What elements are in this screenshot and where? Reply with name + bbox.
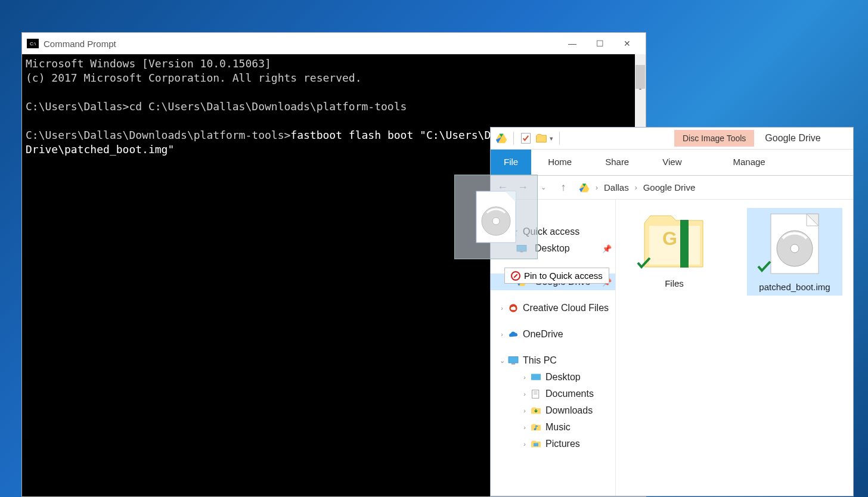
cmd-line: (c) 2017 Microsoft Corporation. All righ… [26,72,362,84]
svg-rect-20 [531,374,541,380]
file-item-folder[interactable]: G Files [627,208,722,288]
sync-checkmark-icon [636,257,652,269]
chevron-right-icon[interactable]: › [596,184,598,192]
creative-cloud-icon [507,303,519,313]
svg-point-3 [492,218,500,225]
chevron-right-icon[interactable]: › [497,305,507,312]
documents-icon [530,389,542,399]
cmd-titlebar[interactable]: C:\ Command Prompt — ☐ ✕ [22,33,646,54]
pictures-icon [530,439,542,449]
context-tab-disc-image-tools[interactable]: Disc Image Tools [674,130,754,147]
svg-point-32 [790,244,799,253]
svg-text:G: G [662,228,677,249]
tree-pc-downloads[interactable]: › Downloads [491,402,615,419]
svg-rect-18 [509,357,518,363]
svg-rect-19 [512,364,515,365]
onedrive-icon [507,330,519,339]
explorer-titlebar[interactable]: ▾ Disc Image Tools Google Drive [491,128,853,150]
chevron-right-icon[interactable]: › [635,184,637,192]
disc-image-icon [475,190,517,244]
tree-label: Pictures [545,439,580,449]
google-drive-icon[interactable] [495,132,507,144]
properties-icon[interactable] [520,132,532,144]
chevron-right-icon[interactable]: › [519,390,530,397]
cmd-input: cd C:\Users\Dallas\Downloads\platform-to… [129,100,407,113]
file-label: Files [627,278,722,288]
new-folder-icon[interactable] [535,132,547,144]
svg-rect-21 [532,390,539,399]
close-button[interactable]: ✕ [613,35,641,52]
scroll-thumb[interactable] [636,65,645,89]
cmd-line: Microsoft Windows [Version 10.0.15063] [26,57,271,70]
tab-share[interactable]: Share [588,150,646,175]
sync-checkmark-icon [757,260,772,272]
tooltip-pin-quick-access: Pin to Quick access [504,268,609,284]
chevron-right-icon[interactable]: › [519,407,530,414]
tab-home[interactable]: Home [531,150,588,175]
tab-view[interactable]: View [646,150,698,175]
tree-label: This PC [523,355,557,366]
tree-pc-pictures[interactable]: › Pictures [491,436,615,452]
chevron-right-icon[interactable]: › [519,440,530,448]
tree-pc-music[interactable]: › Music [491,419,615,436]
tree-label: Desktop [545,372,581,383]
navigation-bar: ← → ⌄ ↑ › Dallas › Google Drive [491,176,853,200]
window-title: Google Drive [765,133,820,144]
tree-label: Downloads [545,405,593,416]
tree-label: Music [545,422,571,433]
svg-rect-25 [534,443,538,446]
dropdown-icon[interactable]: ▾ [550,135,553,142]
forbidden-icon [511,271,520,281]
minimize-button[interactable]: — [559,35,586,52]
breadcrumb-segment[interactable]: Google Drive [643,182,696,192]
tab-file[interactable]: File [491,150,531,175]
google-drive-icon [579,182,590,193]
chevron-right-icon[interactable]: › [519,424,530,431]
file-list[interactable]: G Files p [616,200,853,496]
tree-label: Desktop [535,243,570,254]
tree-this-pc[interactable]: ⌄ This PC [491,352,615,369]
ribbon-tabs: File Home Share View Manage [491,150,853,176]
tooltip-text: Pin to Quick access [524,271,603,281]
tree-onedrive[interactable]: › OneDrive [491,326,615,343]
tree-label: OneDrive [523,329,563,340]
tree-label: Creative Cloud Files [523,303,609,313]
file-label: patched_boot.img [747,282,842,292]
tree-creative-cloud[interactable]: › Creative Cloud Files [491,300,615,316]
cmd-title: Command Prompt [44,39,559,49]
tree-pc-documents[interactable]: › Documents [491,386,615,402]
chevron-right-icon[interactable]: › [497,331,507,338]
drag-preview [454,175,538,259]
pc-icon [507,356,519,365]
cmd-icon: C:\ [27,39,39,48]
maximize-button[interactable]: ☐ [586,35,613,52]
up-button[interactable]: ↑ [555,179,572,196]
file-explorer-window: ▾ Disc Image Tools Google Drive File Hom… [490,127,854,496]
file-item-disc-image[interactable]: patched_boot.img [747,208,842,296]
pin-icon[interactable]: 📌 [602,244,612,253]
svg-rect-26 [680,220,689,268]
breadcrumb[interactable]: › Dallas › Google Drive [579,182,695,193]
tree-pc-desktop[interactable]: › Desktop [491,369,615,386]
quick-access-toolbar: ▾ [491,132,567,145]
cmd-prompt: C:\Users\Dallas\Downloads\platform-tools… [26,129,290,141]
tree-label: Documents [545,389,594,399]
desktop-icon [530,372,542,382]
cmd-prompt: C:\Users\Dallas> [26,100,129,113]
breadcrumb-segment[interactable]: Dallas [604,182,629,192]
music-icon [530,423,542,432]
tab-manage[interactable]: Manage [716,150,782,175]
downloads-icon [530,406,542,415]
chevron-down-icon[interactable]: ⌄ [497,357,507,365]
chevron-right-icon[interactable]: › [519,374,530,381]
